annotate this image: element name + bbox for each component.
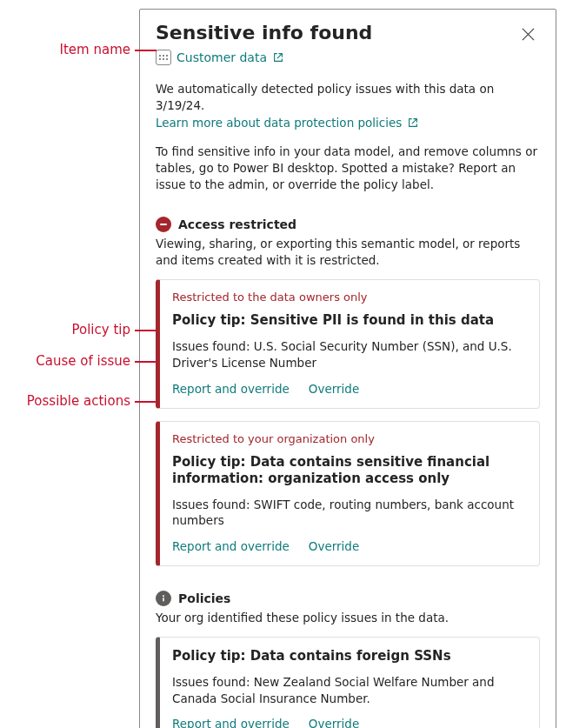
- callout-item-name: Item name: [60, 42, 130, 57]
- override-button[interactable]: Override: [309, 539, 359, 553]
- policy-tip-title: Policy tip: Data contains foreign SSNs: [172, 648, 527, 665]
- dataset-icon: [156, 50, 171, 65]
- callout-policy-tip: Policy tip: [72, 322, 131, 337]
- issues-text: Issues found: New Zealand Social Welfare…: [172, 674, 527, 707]
- info-icon: [156, 591, 171, 606]
- report-override-button[interactable]: Report and override: [172, 539, 290, 553]
- restricted-heading: Access restricted: [178, 217, 296, 231]
- sensitive-info-dialog: Sensitive info found Customer data We au…: [139, 9, 556, 728]
- svg-point-1: [163, 596, 164, 598]
- detection-text: We automatically detected policy issues …: [156, 81, 540, 114]
- policy-card: Policy tip: Data contains foreign SSNs I…: [156, 637, 540, 728]
- dialog-title: Sensitive info found: [156, 22, 372, 43]
- issues-text: Issues found: U.S. Social Security Numbe…: [172, 338, 527, 371]
- issues-text: Issues found: SWIFT code, routing number…: [172, 497, 527, 530]
- policy-card: Restricted to the data owners only Polic…: [156, 279, 540, 408]
- override-button[interactable]: Override: [309, 717, 359, 728]
- policy-tip-title: Policy tip: Sensitive PII is found in th…: [172, 312, 527, 330]
- svg-rect-2: [163, 598, 164, 602]
- callout-column: Item name Policy tip Cause of issue Poss…: [9, 9, 139, 728]
- restriction-label: Restricted to the data owners only: [172, 291, 527, 304]
- close-button[interactable]: [516, 22, 540, 46]
- learn-more-link[interactable]: Learn more about data protection policie…: [156, 116, 419, 130]
- report-override-button[interactable]: Report and override: [172, 382, 290, 396]
- external-link-icon: [272, 51, 284, 63]
- restricted-desc: Viewing, sharing, or exporting this sema…: [156, 236, 540, 269]
- callout-cause: Cause of issue: [36, 353, 130, 369]
- report-override-button[interactable]: Report and override: [172, 717, 290, 728]
- restriction-label: Restricted to your organization only: [172, 432, 527, 445]
- guidance-text: To find sensitive info in your data mode…: [156, 144, 540, 193]
- item-link[interactable]: Customer data: [176, 50, 284, 64]
- svg-rect-0: [160, 224, 167, 225]
- policy-card: Restricted to your organization only Pol…: [156, 421, 540, 567]
- policies-heading: Policies: [178, 591, 230, 605]
- restricted-icon: [156, 217, 171, 232]
- policy-tip-title: Policy tip: Data contains sensitive fina…: [172, 454, 527, 488]
- item-name: Customer data: [176, 50, 267, 64]
- close-icon: [522, 28, 535, 41]
- external-link-icon: [407, 117, 419, 129]
- policies-desc: Your org identified these policy issues …: [156, 610, 540, 626]
- override-button[interactable]: Override: [309, 382, 359, 396]
- callout-actions: Possible actions: [27, 393, 130, 409]
